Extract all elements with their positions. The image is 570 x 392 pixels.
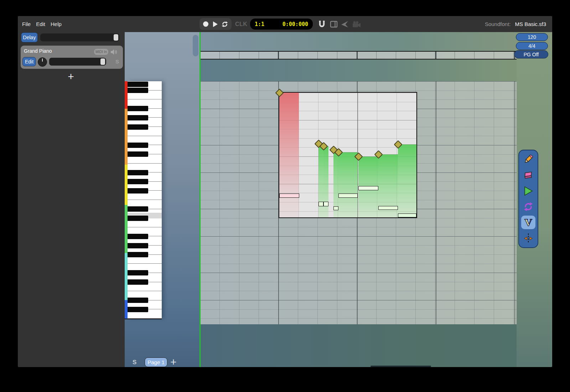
lower-band <box>200 324 517 367</box>
midi-note[interactable] <box>398 213 416 217</box>
timesig-pill[interactable]: 4/4 <box>516 42 548 50</box>
page-solo-button[interactable]: S <box>133 359 136 366</box>
transport-controls <box>200 18 232 30</box>
pitch-color-segment <box>125 165 128 205</box>
page-1-tab[interactable]: Page 1 <box>145 357 167 367</box>
black-key[interactable] <box>128 188 148 194</box>
track-name: Grand Piano <box>24 48 52 54</box>
bar-beat-readout: 1:1 <box>255 21 264 27</box>
track-solo-button[interactable]: S <box>115 58 119 65</box>
menu-help[interactable]: Help <box>51 21 62 27</box>
black-key[interactable] <box>128 243 148 248</box>
black-key[interactable] <box>128 151 148 157</box>
stretch-tool[interactable] <box>521 232 535 245</box>
black-key[interactable] <box>128 82 148 87</box>
pattern-clip[interactable] <box>279 92 417 218</box>
record-button[interactable] <box>203 21 209 27</box>
black-key[interactable] <box>128 115 148 120</box>
velocity-tool-glyph: V <box>524 217 532 228</box>
eraser-tool[interactable] <box>521 169 535 182</box>
pg-off-pill[interactable]: PG Off <box>514 50 548 58</box>
pitch-color-segment <box>125 109 128 165</box>
edit-button[interactable]: Edit <box>22 57 36 66</box>
pitch-color-segment <box>125 81 128 109</box>
play-button[interactable] <box>212 21 218 27</box>
midi-note[interactable] <box>378 206 398 210</box>
play-tool[interactable] <box>521 184 535 198</box>
sidebar: Delay Grand Piano MIDI In Edit S + <box>18 32 125 367</box>
menu-bar: File Edit Help <box>22 16 62 32</box>
pitch-color-strip <box>125 81 128 319</box>
velocity-bar[interactable] <box>398 144 416 217</box>
loop-button[interactable] <box>221 21 228 27</box>
snap-magnet-icon[interactable] <box>318 16 326 32</box>
header-band <box>200 32 552 51</box>
track-card-grand-piano[interactable]: Grand Piano MIDI In Edit S <box>21 46 123 69</box>
midi-note[interactable] <box>318 202 323 206</box>
black-key[interactable] <box>128 252 148 257</box>
black-key[interactable] <box>128 234 148 239</box>
pitch-color-segment <box>125 205 128 253</box>
pan-knob[interactable] <box>38 57 47 67</box>
volume-slider[interactable] <box>49 58 106 66</box>
timeline-ruler[interactable] <box>200 51 517 60</box>
bottom-edge-artifact <box>370 366 431 367</box>
black-key[interactable] <box>128 170 148 175</box>
midi-in-badge: MIDI In <box>94 49 108 55</box>
black-key[interactable] <box>128 279 148 285</box>
soundfont-label: Soundfont: <box>485 21 511 27</box>
page-handle[interactable] <box>193 35 198 56</box>
black-key[interactable] <box>128 88 148 93</box>
black-key[interactable] <box>128 106 148 111</box>
velocity-bar[interactable] <box>279 93 299 217</box>
tempo-pill[interactable]: 120 <box>516 33 548 41</box>
add-page-button[interactable]: + <box>170 356 177 367</box>
delay-slider[interactable] <box>40 33 119 41</box>
black-key[interactable] <box>128 298 148 303</box>
tool-palette: V <box>518 150 538 248</box>
black-key[interactable] <box>128 206 148 212</box>
panel-toggle-icon[interactable] <box>330 16 338 32</box>
midi-note[interactable] <box>333 206 338 210</box>
volume-slider-thumb[interactable] <box>100 58 105 65</box>
speaker-icon[interactable] <box>110 49 118 55</box>
piano-roll-editor: V 120 4/4 PG Off S Page 1 + <box>125 32 552 367</box>
pitch-color-segment <box>125 300 128 319</box>
top-bar: File Edit Help CLK 1:1 0:00 <box>18 16 552 32</box>
soundfont-status: Soundfont: MS Basic.sf3 <box>485 16 546 32</box>
black-key[interactable] <box>128 179 148 184</box>
velocity-bar[interactable] <box>338 152 358 217</box>
soundfont-value[interactable]: MS Basic.sf3 <box>515 21 546 27</box>
black-key[interactable] <box>128 270 148 275</box>
velocity-bar[interactable] <box>323 146 328 217</box>
black-key[interactable] <box>128 124 148 130</box>
upper-band <box>200 60 517 81</box>
menu-file[interactable]: File <box>22 21 31 27</box>
pencil-tool[interactable] <box>521 153 535 166</box>
midi-note[interactable] <box>279 194 299 198</box>
time-display: 1:1 0:00:000 <box>250 19 313 30</box>
midi-note[interactable] <box>338 194 358 198</box>
piano-keys[interactable] <box>128 81 162 319</box>
pitch-color-segment <box>125 253 128 300</box>
delay-slider-thumb[interactable] <box>114 34 118 41</box>
black-key[interactable] <box>128 143 148 148</box>
delay-button[interactable]: Delay <box>21 32 38 42</box>
piano-keyboard <box>125 81 162 319</box>
midi-note[interactable] <box>358 186 378 190</box>
playhead[interactable] <box>200 32 201 367</box>
camera-icon[interactable] <box>352 16 361 32</box>
app-window: File Edit Help CLK 1:1 0:00 <box>18 16 552 367</box>
clock-source-label[interactable]: CLK <box>235 16 247 32</box>
menu-edit[interactable]: Edit <box>36 21 45 27</box>
midi-note[interactable] <box>323 202 328 206</box>
velocity-tool[interactable]: V <box>521 216 535 229</box>
black-key[interactable] <box>128 307 148 312</box>
follow-cursor-icon[interactable] <box>341 16 349 32</box>
add-track-button[interactable]: + <box>65 71 77 83</box>
black-key[interactable] <box>128 216 148 221</box>
time-readout: 0:00:000 <box>283 21 308 27</box>
loop-tool[interactable] <box>521 200 535 213</box>
